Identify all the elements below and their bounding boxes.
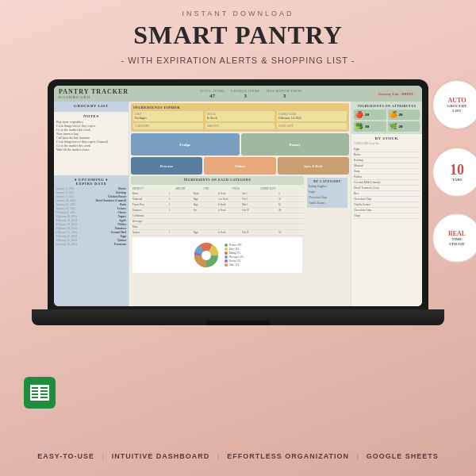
list-item: Vanilla Extract <box>309 201 346 206</box>
notes-section: NOTES Buy more vegetables Cook things be… <box>54 112 129 175</box>
attr-item: 🍊20 <box>388 109 420 120</box>
finder-amount: AMOUNT <box>205 123 275 129</box>
finder-row-2: CATEGORY AMOUNT DAYS LEFT <box>133 123 347 129</box>
table-row: Condiments <box>131 213 304 219</box>
pie-legend: Produce 28%Dairy 20%Baking 15%Beverages … <box>225 244 244 267</box>
stat-total-val: 47 <box>200 93 225 99</box>
list-item: Rice <box>354 191 420 197</box>
pie-legend-item: Protein 13% <box>225 259 244 263</box>
list-item: Chocolate Cake <box>354 208 420 213</box>
laptop-body: PANTRY TRACKER DASHBOARD TOTAL ITEMS 47 … <box>48 79 428 309</box>
upcoming-section: ♦ UPCOMING ♦ EXPIRY DATE January 5, 2024… <box>54 175 129 306</box>
bottom-item-2: INTUITIVE DASHBOARD <box>104 452 218 460</box>
storage-freezer: Freezer <box>131 157 202 175</box>
table-row: Quinoa1BagsIn StockFeb 2556 <box>131 230 304 236</box>
list-item: Diced Tomatoes (Can) <box>354 186 420 191</box>
stat-month-label: THIS MONTH EXPIR. <box>266 89 303 93</box>
list-item: Coconut Milk (Canned) <box>354 180 420 186</box>
cat-table-body: Butter1PacksIn StockJan 55Grain and2Bags… <box>131 191 304 236</box>
ingredients-finder-title: INGREDIENTS FINDER <box>133 106 347 109</box>
storage-grid-bottom: Freezer Other Spice & Herb <box>131 157 349 175</box>
pie-chart <box>191 240 221 271</box>
note-8: Wait till the market closes <box>56 148 126 152</box>
grocery-list-section: Grocery List <box>54 102 129 112</box>
by-category-items: SugarChocolate ChipsVanilla Extract <box>309 190 346 206</box>
svg-rect-6 <box>32 390 38 392</box>
pantry-tracker-subtitle: DASHBOARD <box>59 95 129 99</box>
dashboard-header: PANTRY TRACKER DASHBOARD TOTAL ITEMS 47 … <box>54 86 422 102</box>
screen-content: PANTRY TRACKER DASHBOARD TOTAL ITEMS 47 … <box>54 86 422 306</box>
pie-legend-item: Baking 15% <box>225 251 244 255</box>
stats-row: TOTAL ITEMS 47 EXPIRED ITEMS 3 THIS MONT… <box>200 89 303 99</box>
svg-rect-4 <box>32 387 38 389</box>
stat-month-expir: THIS MONTH EXPIR. 5 <box>266 89 303 99</box>
stat-total-label: TOTAL ITEMS <box>200 89 225 93</box>
by-category-section: BY CATEGORY Baking Supplies SugarChocola… <box>307 178 347 208</box>
bottom-center: INGREDIENTS ON EACH CATEGORY PRODUCT AMO… <box>131 176 349 306</box>
laptop-container: PANTRY TRACKER DASHBOARD TOTAL ITEMS 47 … <box>48 79 428 325</box>
table-row: Beverages <box>131 219 304 225</box>
svg-rect-7 <box>40 390 48 392</box>
stat-expired-val: 3 <box>231 93 259 99</box>
upcoming-list-item: February 26, 2024Parmesan <box>56 243 126 247</box>
left-column: Grocery List NOTES Buy more vegetables C… <box>54 102 129 306</box>
main-title: SMART PANTRY <box>133 21 343 50</box>
badge-tabs: 10 TABS <box>432 147 476 198</box>
col-product: PRODUCT <box>132 187 175 190</box>
svg-point-1 <box>202 251 211 260</box>
bottom-item-1: EASY-TO-USE <box>29 452 102 460</box>
table-row: Dairy <box>131 225 304 230</box>
right-column: INGREDIENTS ON ATTRIBUTES 🍎20🍊20🥦30🌿20 B… <box>351 102 422 306</box>
list-item: Butter <box>354 152 420 158</box>
by-category-col: BY CATEGORY Baking Supplies SugarChocola… <box>305 176 349 306</box>
svg-rect-10 <box>32 397 38 398</box>
list-item: Chocolate Chip <box>354 197 420 202</box>
table-row: Butter1PacksIn StockJan 55 <box>131 191 304 197</box>
center-column: INGREDIENTS FINDER UNIT Packages STOCK I… <box>129 102 351 306</box>
svg-rect-9 <box>40 393 48 395</box>
pie-legend-item: Beverages 12% <box>225 255 244 259</box>
grocery-print-button[interactable]: Grocery List - PRINT <box>374 90 417 98</box>
svg-rect-11 <box>40 397 48 398</box>
storage-grid: Fridge Pantry <box>131 133 349 155</box>
pie-chart-section: Produce 28%Dairy 20%Baking 15%Beverages … <box>132 237 302 273</box>
upcoming-list: January 5, 2024ButterJanuary 8, 2024Ketc… <box>56 187 126 247</box>
table-row: Grain and2BagsLow StockFeb 233 <box>131 197 304 202</box>
svg-rect-5 <box>40 387 48 389</box>
list-item: Vanilla Extract <box>354 202 420 208</box>
notes-list: Buy more vegetables Cook things before t… <box>56 120 126 152</box>
stat-total-items: TOTAL ITEMS 47 <box>200 89 225 99</box>
list-item: Eggs <box>354 147 420 152</box>
finder-row-1: UNIT Packages STOCK In Stock EXPIRY DATE… <box>133 111 347 121</box>
storage-pantry: Pantry <box>241 133 350 155</box>
svg-rect-8 <box>32 393 38 395</box>
list-item: Pasta <box>354 169 420 175</box>
stat-expired-items: EXPIRED ITEMS 3 <box>231 89 259 99</box>
pie-legend-item: Other 12% <box>225 263 244 267</box>
bottom-item-4: GOOGLE SHEETS <box>359 452 447 460</box>
ingredients-finder: INGREDIENTS FINDER UNIT Packages STOCK I… <box>131 103 349 132</box>
stat-month-val: 5 <box>266 93 303 99</box>
col-unit: UNIT <box>204 187 232 190</box>
laptop-screen: PANTRY TRACKER DASHBOARD TOTAL ITEMS 47 … <box>54 86 422 306</box>
col-stock: STOCK <box>232 187 260 190</box>
google-sheets-icon <box>24 377 56 409</box>
col-amount: AMOUNT <box>175 187 203 190</box>
list-item: Sugar <box>309 190 346 195</box>
bottom-item-3: EFFORTLESS ORGANIZATION <box>219 452 357 460</box>
instant-download-label: INSTANT DOWNLOAD <box>182 10 294 17</box>
badge-auto-grocery: AUTO GROCERY LIST <box>432 79 476 130</box>
bottom-bar: EASY-TO-USE | INTUITIVE DASHBOARD | EFFO… <box>24 452 452 460</box>
ingredients-cat-header: INGREDIENTS ON EACH CATEGORY <box>131 176 304 185</box>
by-stock-section: BY STOCK CATEGORY: Low Sto... EggsButter… <box>351 134 422 306</box>
finder-days-left: DAYS LEFT <box>277 123 347 129</box>
list-item: Mustard <box>354 163 420 169</box>
finder-unit: UNIT Packages <box>133 111 203 121</box>
list-item: Pickles <box>354 175 420 180</box>
laptop-base <box>32 309 444 325</box>
attr-grid: 🍎20🍊20🥦30🌿20 <box>354 109 420 132</box>
table-row: Frozen Peas1BagsIn StockMar 161 <box>131 202 304 208</box>
attr-item: 🥦30 <box>354 121 386 132</box>
stock-list: EggsButterKetchupMustardPastaPicklesCoco… <box>354 147 420 219</box>
stat-expired-label: EXPIRED ITEMS <box>231 89 259 93</box>
